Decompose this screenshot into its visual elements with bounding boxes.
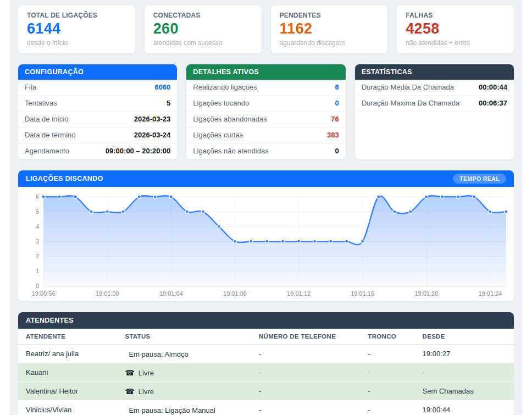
stat-value: 6144	[27, 20, 126, 38]
svg-text:6: 6	[36, 193, 39, 200]
attendant-trunk: -	[360, 401, 414, 415]
chart-body: 012345619:00:5619:01:0019:01:0419:01:081…	[18, 187, 514, 301]
row-value: 6060	[154, 83, 170, 91]
stat-label: FALHAS	[406, 12, 505, 19]
row-label: Ligações não atendidas	[193, 147, 268, 155]
attendant-phone: -	[251, 382, 360, 401]
svg-text:19:00:56: 19:00:56	[32, 290, 56, 297]
column-header-telefone: NÚMERO DE TELEFONE	[251, 329, 360, 345]
row-value: 2026-03-23	[134, 115, 171, 123]
svg-text:4: 4	[36, 223, 39, 230]
config-row-tentativas: Tentativas 5	[18, 96, 177, 112]
status-text: Em pausa: Almoço	[129, 350, 188, 358]
column-header-desde: DESDE	[415, 329, 514, 345]
panel-estatisticas-title: ESTATÍSTICAS	[355, 64, 514, 80]
attendants-table: ATENDENTE STATUS NÚMERO DE TELEFONE TRON…	[18, 329, 514, 415]
panels-row: CONFIGURAÇÃO Fila 6060 Tentativas 5 Data…	[18, 64, 514, 159]
attendant-trunk: -	[360, 382, 414, 401]
panel-configuracao: CONFIGURAÇÃO Fila 6060 Tentativas 5 Data…	[18, 64, 177, 159]
config-row-fila: Fila 6060	[18, 80, 177, 96]
svg-text:1: 1	[36, 268, 39, 274]
stat-value: 1162	[280, 20, 379, 38]
stats-row-duracao-media: Duração Média Da Chamada 00:00:44	[355, 80, 514, 96]
attendants-header-row: ATENDENTE STATUS NÚMERO DE TELEFONE TRON…	[18, 329, 514, 345]
row-value: 6	[335, 83, 339, 91]
attendant-phone: -	[251, 345, 360, 363]
svg-text:19:01:12: 19:01:12	[287, 290, 311, 297]
config-row-agendamento: Agendamento 09:00:00 – 20:20:00	[18, 143, 177, 159]
details-row-tocando: Ligações tocando 0	[186, 96, 345, 112]
row-value: 5	[167, 99, 170, 107]
row-label: Agendamento	[25, 147, 69, 155]
attendant-trunk: -	[360, 345, 414, 363]
phone-icon: ☎︎	[125, 387, 134, 396]
attendant-status: ☎︎Livre	[117, 363, 251, 382]
stats-row-duracao-maxima: Duração Maxima Da Chamada 00:06:37	[355, 96, 514, 112]
attendant-since: -	[415, 363, 514, 382]
attendants-title: ATENDENTES	[18, 312, 514, 329]
attendant-phone: -	[251, 363, 360, 382]
row-value: 383	[327, 131, 339, 139]
details-row-realizando: Realizando ligações 6	[186, 80, 345, 96]
details-row-abandonadas: Ligações abandonadas 76	[186, 112, 345, 128]
column-header-tronco: TRONCO	[360, 329, 414, 345]
attendant-name: Vinicius/Vivian	[18, 401, 117, 415]
panel-estatisticas: ESTATÍSTICAS Duração Média Da Chamada 00…	[355, 64, 514, 159]
config-row-data-termino: Data de término 2026-03-24	[18, 128, 177, 143]
tempo-real-badge[interactable]: TEMPO REAL	[453, 174, 506, 184]
stat-card-falhas: FALHAS 4258 não atendidas + erros	[397, 5, 514, 53]
attendants-panel: ATENDENTES ATENDENTE STATUS NÚMERO DE TE…	[18, 312, 514, 415]
row-label: Ligações abandonadas	[193, 115, 267, 123]
table-row: Beatriz/ ana julia Em pausa: Almoço - - …	[18, 345, 514, 363]
stat-sublabel: atendidas com sucesso	[153, 39, 253, 47]
stat-sublabel: não atendidas + erros	[406, 39, 505, 47]
svg-text:19:01:16: 19:01:16	[351, 290, 374, 297]
row-value: 76	[331, 115, 339, 123]
row-label: Realizando ligações	[193, 83, 257, 91]
chart-title: LIGAÇÕES DISCANDO	[26, 175, 103, 182]
svg-text:19:01:24: 19:01:24	[478, 290, 502, 297]
svg-text:0: 0	[36, 283, 39, 289]
column-header-atendente: ATENDENTE	[18, 329, 117, 345]
panel-detalhes-title: DETALHES ATIVOS	[186, 64, 345, 80]
row-label: Ligações tocando	[193, 99, 249, 107]
row-label: Duração Média Da Chamada	[362, 83, 454, 91]
stats-row: TOTAL DE LIGAÇÕES 6144 desde o início CO…	[18, 5, 514, 53]
table-row: Vinicius/Vivian Em pausa: Ligação Manual…	[18, 401, 514, 415]
stat-card-pendentes: PENDENTES 1162 aguardando discagem	[271, 5, 388, 53]
column-header-status: STATUS	[117, 329, 251, 345]
table-row: Kauani ☎︎Livre - - -	[18, 363, 514, 382]
stat-value: 260	[153, 20, 253, 38]
stat-sublabel: desde o início	[27, 39, 126, 47]
row-label: Data de término	[25, 131, 76, 139]
attendant-since: 19:00:44	[415, 401, 514, 415]
attendant-since: Sem Chamadas	[415, 382, 514, 401]
stat-card-conectadas: CONECTADAS 260 atendidas com sucesso	[145, 5, 262, 53]
row-value: 09:00:00 – 20:20:00	[106, 147, 171, 155]
details-row-nao-atendidas: Ligações não atendidas 0	[186, 143, 345, 159]
panel-detalhes-ativos: DETALHES ATIVOS Realizando ligações 6 Li…	[186, 64, 345, 159]
table-row: Valentina/ Heitor ☎︎Livre - - Sem Chamad…	[18, 382, 514, 401]
phone-icon: ☎︎	[125, 368, 134, 377]
stat-sublabel: aguardando discagem	[280, 39, 379, 47]
config-row-data-inicio: Data de início 2026-03-23	[18, 112, 177, 128]
svg-text:3: 3	[36, 238, 39, 245]
stat-label: PENDENTES	[280, 12, 379, 19]
attendant-status: Em pausa: Ligação Manual	[117, 401, 251, 415]
panel-configuracao-title: CONFIGURAÇÃO	[18, 64, 177, 80]
attendant-name: Valentina/ Heitor	[18, 382, 117, 401]
attendant-name: Beatriz/ ana julia	[18, 345, 117, 363]
stat-label: CONECTADAS	[153, 12, 253, 19]
status-text: Em pausa: Ligação Manual	[129, 406, 215, 414]
row-value: 0	[335, 99, 339, 107]
row-value: 2026-03-24	[134, 131, 171, 139]
attendant-since: 19:00:27	[415, 345, 514, 363]
attendant-trunk: -	[360, 363, 414, 382]
dashboard-page: TOTAL DE LIGAÇÕES 6144 desde o início CO…	[10, 0, 522, 415]
row-label: Data de início	[25, 115, 69, 123]
attendant-name: Kauani	[18, 363, 117, 382]
stat-card-total-ligacoes: TOTAL DE LIGAÇÕES 6144 desde o início	[18, 5, 135, 53]
svg-text:2: 2	[36, 253, 39, 259]
status-text: Livre	[138, 369, 154, 377]
row-value: 0	[335, 147, 339, 155]
